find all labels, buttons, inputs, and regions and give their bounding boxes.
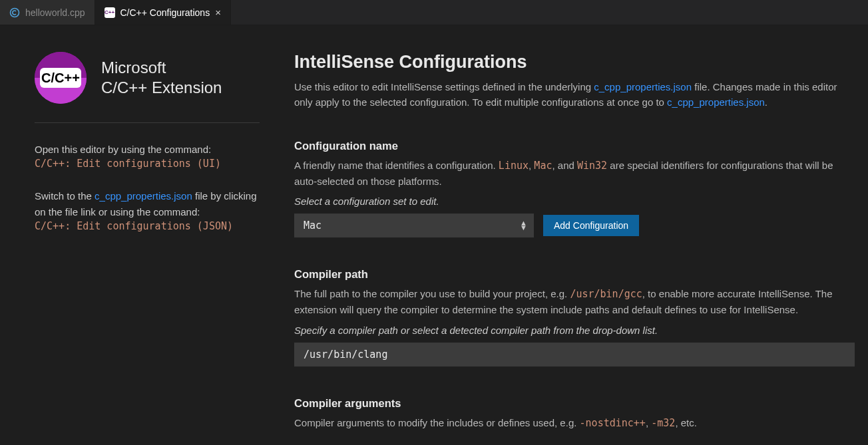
page-description: Use this editor to edit IntelliSense set… <box>294 79 855 110</box>
tab-label: helloworld.cpp <box>25 7 85 18</box>
tab-cpp-configurations[interactable]: C++ C/C++ Configurations × <box>95 0 231 25</box>
svg-point-0 <box>11 8 19 17</box>
chevron-updown-icon: ▲▼ <box>520 221 527 230</box>
compiler-arguments-description: Compiler arguments to modify the include… <box>294 415 855 431</box>
sidebar: C/C++ Microsoft C/C++ Extension Open thi… <box>0 25 280 445</box>
tab-bar: helloworld.cpp C++ C/C++ Configurations … <box>0 0 868 25</box>
content-area: C/C++ Microsoft C/C++ Extension Open thi… <box>0 25 868 445</box>
close-icon[interactable]: × <box>215 7 221 18</box>
add-configuration-button[interactable]: Add Configuration <box>543 215 639 236</box>
properties-json-link[interactable]: c_cpp_properties.json <box>667 96 765 108</box>
page-title: IntelliSense Configurations <box>294 52 855 73</box>
configuration-select[interactable]: Mac ▲▼ <box>294 214 534 237</box>
cpp-file-icon <box>9 7 20 18</box>
sidebar-open-editor-block: Open this editor by using the command: C… <box>35 142 260 170</box>
compiler-path-hint: Specify a compiler path or select a dete… <box>294 325 855 336</box>
edit-configurations-json-command: C/C++: Edit configurations (JSON) <box>35 220 260 232</box>
configuration-name-description: A friendly name that identifies a config… <box>294 158 855 190</box>
main-panel: IntelliSense Configurations Use this edi… <box>280 25 868 445</box>
configuration-name-title: Configuration name <box>294 140 855 152</box>
tab-helloworld[interactable]: helloworld.cpp <box>0 0 95 25</box>
compiler-path-description: The full path to the compiler you use to… <box>294 286 855 318</box>
compiler-path-title: Compiler path <box>294 268 855 281</box>
edit-configurations-ui-command: C/C++: Edit configurations (UI) <box>35 158 260 170</box>
compiler-arguments-title: Compiler arguments <box>294 397 855 410</box>
tab-label: C/C++ Configurations <box>120 7 210 18</box>
configuration-name-row: Mac ▲▼ Add Configuration <box>294 214 855 237</box>
extension-header: C/C++ Microsoft C/C++ Extension <box>35 52 260 123</box>
properties-json-link[interactable]: c_cpp_properties.json <box>95 190 192 202</box>
properties-json-link[interactable]: c_cpp_properties.json <box>594 81 692 92</box>
extension-name: Microsoft C/C++ Extension <box>101 58 222 98</box>
svg-text:C/C++: C/C++ <box>41 71 80 85</box>
compiler-path-input[interactable]: /usr/bin/clang <box>294 343 855 367</box>
extension-logo: C/C++ <box>35 52 87 104</box>
configuration-name-hint: Select a configuration set to edit. <box>294 196 855 207</box>
extension-icon: C++ <box>105 7 115 18</box>
sidebar-switch-block: Switch to the c_cpp_properties.json file… <box>35 188 260 232</box>
